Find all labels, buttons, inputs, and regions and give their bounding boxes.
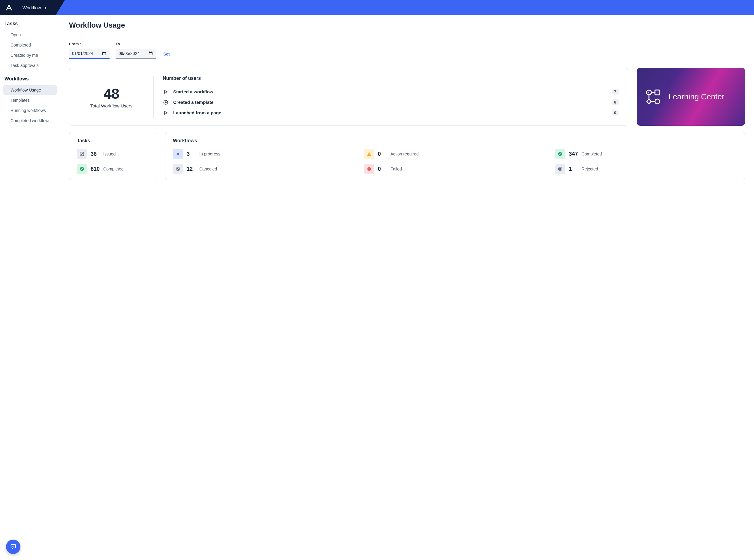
sidebar-group-workflows: Workflows Workflow Usage Templates Runni… <box>0 76 60 125</box>
sidebar-item-templates[interactable]: Templates <box>3 96 57 105</box>
user-row-label: Launched from a page <box>173 110 607 115</box>
stat-value: 0 <box>378 166 387 172</box>
workflow-icon: A <box>644 88 662 106</box>
user-row-created: Created a template 8 <box>163 97 619 107</box>
stat-completed: 347 Completed <box>555 149 737 159</box>
stop-icon <box>364 164 374 174</box>
sidebar: Tasks Open Completed Created by me Task … <box>0 15 60 560</box>
summary-card: 48 Total Workflow Users Number of users … <box>69 68 628 126</box>
from-value: 01/01/2024 <box>72 51 102 56</box>
set-button[interactable]: Set <box>162 49 171 59</box>
svg-rect-10 <box>655 90 660 95</box>
check-circle-icon <box>555 149 565 159</box>
to-label: To <box>116 42 156 46</box>
sidebar-group-tasks: Tasks Open Completed Created by me Task … <box>0 21 60 70</box>
page-title: Workflow Usage <box>69 21 745 29</box>
topbar: Workflow ▼ <box>0 0 754 15</box>
stat-completed: 810 Completed <box>77 164 148 174</box>
stat-label: Completed <box>581 152 602 156</box>
total-users-block: 48 Total Workflow Users <box>78 76 151 118</box>
to-date-input[interactable]: 09/05/2024 <box>116 48 156 59</box>
svg-point-24 <box>14 546 14 546</box>
stat-value: 0 <box>378 151 387 157</box>
svg-rect-15 <box>369 154 370 155</box>
sidebar-group-title: Workflows <box>0 76 60 85</box>
total-users-value: 48 <box>78 85 144 102</box>
users-title: Number of users <box>163 76 619 81</box>
stat-value: 810 <box>91 166 100 172</box>
svg-point-11 <box>655 99 660 104</box>
user-row-launched: Launched from a page 0 <box>163 107 619 118</box>
tasks-card: Tasks 36 Issued 810 Completed <box>69 132 156 180</box>
learning-center-title: Learning Center <box>669 92 724 101</box>
sidebar-item-completed[interactable]: Completed <box>3 40 57 50</box>
chat-icon <box>10 543 17 550</box>
from-field: From* 01/01/2024 <box>69 42 110 59</box>
to-value: 09/05/2024 <box>119 51 148 56</box>
sidebar-item-workflow-usage[interactable]: Workflow Usage <box>3 85 57 95</box>
stat-canceled: 12 Canceled <box>173 164 355 174</box>
app-switcher[interactable]: Workflow ▼ <box>18 0 56 15</box>
sidebar-item-created-by-me[interactable]: Created by me <box>3 51 57 60</box>
user-row-label: Created a template <box>173 100 607 105</box>
play-icon <box>163 110 169 116</box>
sidebar-group-title: Tasks <box>0 21 60 29</box>
date-filter-row: From* 01/01/2024 To 09/05/2024 Set <box>69 42 745 59</box>
chat-button[interactable] <box>6 540 20 554</box>
stat-failed: 0 Failed <box>364 164 546 174</box>
warning-icon <box>364 149 374 159</box>
sidebar-item-open[interactable]: Open <box>3 30 57 40</box>
vertical-divider <box>153 76 154 118</box>
double-chevron-icon <box>173 149 183 159</box>
stat-rejected: 1 Rejected <box>555 164 737 174</box>
stat-label: Action required <box>391 152 419 156</box>
stat-in-progress: 3 In progress <box>173 149 355 159</box>
stat-value: 347 <box>569 151 578 157</box>
stat-label: Failed <box>391 166 402 172</box>
workflows-card: Workflows 3 In progress 0 Action require… <box>165 132 745 180</box>
calendar-icon <box>102 51 106 56</box>
total-users-label: Total Workflow Users <box>78 103 144 108</box>
svg-rect-1 <box>103 53 105 55</box>
user-row-started: Started a workflow 7 <box>163 86 619 97</box>
title-divider <box>69 34 745 34</box>
stat-action-required: 0 Action required <box>364 149 546 159</box>
svg-rect-2 <box>103 51 103 52</box>
stat-label: Completed <box>103 166 124 172</box>
tasks-card-title: Tasks <box>77 138 148 143</box>
play-icon <box>163 89 169 95</box>
stat-label: Issued <box>103 152 116 156</box>
sidebar-item-running-workflows[interactable]: Running workflows <box>3 106 57 115</box>
calendar-icon <box>148 51 153 56</box>
learning-center-card[interactable]: A Learning Center <box>637 68 745 126</box>
stat-value: 12 <box>187 166 196 172</box>
from-label: From* <box>69 42 110 46</box>
svg-rect-20 <box>368 169 371 169</box>
from-date-input[interactable]: 01/01/2024 <box>69 48 110 59</box>
workflows-card-title: Workflows <box>173 138 737 143</box>
svg-rect-7 <box>152 51 152 52</box>
svg-rect-5 <box>149 53 152 55</box>
svg-rect-6 <box>150 51 150 52</box>
to-field: To 09/05/2024 <box>116 42 156 59</box>
stat-label: Rejected <box>581 166 598 172</box>
check-circle-icon <box>77 164 87 174</box>
svg-point-22 <box>12 546 13 546</box>
user-row-count: 0 <box>612 110 619 116</box>
chevron-down-icon: ▼ <box>44 6 47 9</box>
user-row-label: Started a workflow <box>173 89 607 94</box>
app-logo[interactable] <box>0 0 18 15</box>
cancel-icon <box>173 164 183 174</box>
sidebar-item-completed-workflows[interactable]: Completed workflows <box>3 116 57 125</box>
svg-point-23 <box>13 546 14 546</box>
stat-value: 36 <box>91 151 100 157</box>
sidebar-item-task-approvals[interactable]: Task approvals <box>3 61 57 70</box>
svg-rect-3 <box>105 51 105 52</box>
users-breakdown: Number of users Started a workflow 7 Cre… <box>163 76 619 118</box>
stat-label: Canceled <box>199 166 217 172</box>
stat-label: In progress <box>199 152 220 156</box>
user-row-count: 8 <box>612 99 619 105</box>
plus-circle-icon <box>163 100 169 105</box>
stat-value: 3 <box>187 151 196 157</box>
stat-issued: 36 Issued <box>77 149 148 159</box>
